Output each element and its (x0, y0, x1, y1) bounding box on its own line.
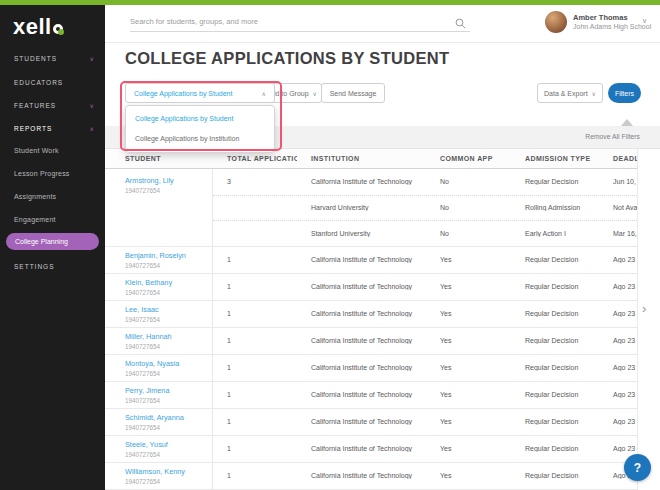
student-cell: Williamson, Kenny1940727654 (105, 463, 213, 489)
report-type-dropdown[interactable]: College Applications by Student ∧ (125, 83, 275, 103)
student-id: 1940727654 (125, 343, 212, 350)
filters-button[interactable]: Filters (608, 83, 641, 103)
common-app-cell: Yes (435, 364, 520, 371)
user-name[interactable]: Amber Thomas (573, 13, 628, 22)
total-applications-cell: 1 (213, 445, 297, 452)
admission-type-cell: Rolling Admission (520, 204, 608, 211)
column-header-total-applications[interactable]: TOTAL APPLICATIONS (213, 155, 297, 162)
applications-group: 1California Institute of TechnologyYesRe… (213, 409, 637, 435)
student-link[interactable]: Klein, Bethany (125, 278, 212, 287)
admission-type-cell: Regular Decision (520, 391, 608, 398)
student-id: 1940727654 (125, 478, 212, 485)
institution-cell: Harvard University (297, 204, 435, 211)
column-header-common-app[interactable]: COMMON APP (435, 155, 520, 162)
deadline-cell: Mar 16, (608, 230, 637, 237)
institution-cell: California Institute of Technology (297, 391, 435, 398)
sidebar-item-features[interactable]: FEATURES∨ (14, 102, 98, 109)
institution-cell: California Institute of Technology (297, 310, 435, 317)
sidebar-item-lesson-progress[interactable]: Lesson Progress (14, 170, 98, 177)
chevron-down-icon[interactable]: ∨ (642, 17, 647, 25)
admission-type-cell: Regular Decision (520, 337, 608, 344)
institution-cell: California Institute of Technology (297, 337, 435, 344)
deadline-cell: Ago 23 (608, 256, 637, 263)
sidebar-item-reports[interactable]: REPORTS∧ (14, 125, 98, 132)
remove-all-filters-link[interactable]: Remove All Filters (585, 133, 640, 140)
institution-cell: California Institute of Technology (297, 445, 435, 452)
admission-type-cell: Regular Decision (520, 256, 608, 263)
report-type-selected: College Applications by Student (134, 90, 232, 97)
search-icon[interactable] (455, 15, 466, 33)
application-line: 1California Institute of TechnologyYesRe… (213, 382, 637, 408)
student-link[interactable]: Perry, Jimena (125, 386, 212, 395)
data-export-button[interactable]: Data & Export ∨ (537, 83, 603, 103)
student-id: 1940727654 (125, 262, 212, 269)
search-input[interactable] (130, 12, 470, 32)
send-message-button[interactable]: Send Message (321, 83, 385, 103)
page-title: COLLEGE APPLICATIONS BY STUDENT (125, 49, 449, 68)
sidebar-item-college-planning-active[interactable]: College Planning (6, 233, 99, 250)
help-button[interactable]: ? (624, 454, 651, 481)
common-app-cell: Yes (435, 256, 520, 263)
dropdown-option-by-institution[interactable]: College Applications by Institution (126, 129, 274, 149)
applications-group: 1California Institute of TechnologyYesRe… (213, 247, 637, 273)
student-link[interactable]: Armstrong, Lily (125, 176, 212, 185)
student-link[interactable]: Benjamin, Roselyn (125, 251, 212, 260)
common-app-cell: Yes (435, 283, 520, 290)
chevron-down-icon: ∨ (313, 90, 317, 97)
column-header-admission-type[interactable]: ADMISSION TYPE (520, 155, 608, 162)
common-app-cell: Yes (435, 472, 520, 479)
sidebar-item-label: REPORTS (14, 125, 52, 132)
student-cell: Miller, Hannah1940727654 (105, 328, 213, 354)
avatar[interactable] (545, 11, 567, 33)
sidebar: xell STUDENTS∨ EDUCATORS FEATURES∨ REPOR… (0, 5, 105, 490)
admission-type-cell: Regular Decision (520, 418, 608, 425)
sidebar-item-student-work[interactable]: Student Work (14, 147, 98, 154)
institution-cell: California Institute of Technology (297, 364, 435, 371)
student-id: 1940727654 (125, 187, 212, 194)
filters-label: Filters (615, 90, 634, 97)
application-line: 1California Institute of TechnologyYesRe… (213, 436, 637, 462)
column-header-institution[interactable]: INSTITUTION (297, 155, 435, 162)
total-applications-cell: 1 (213, 256, 297, 263)
institution-cell: California Institute of Technology (297, 283, 435, 290)
common-app-cell: Yes (435, 310, 520, 317)
student-id: 1940727654 (125, 316, 212, 323)
student-id: 1940727654 (125, 451, 212, 458)
sidebar-item-engagement[interactable]: Engagement (14, 216, 98, 223)
column-header-student[interactable]: STUDENT (105, 155, 213, 162)
applications-group: 1California Institute of TechnologyYesRe… (213, 463, 637, 489)
table-row: Perry, Jimena19407276541California Insti… (105, 382, 637, 409)
chevron-down-icon: ∨ (90, 55, 94, 62)
sidebar-item-assignments[interactable]: Assignments (14, 193, 98, 200)
applications-table: STUDENT TOTAL APPLICATIONS INSTITUTION C… (105, 149, 638, 490)
total-applications-cell: 1 (213, 337, 297, 344)
common-app-cell: Yes (435, 445, 520, 452)
student-link[interactable]: Schimidt, Aryanna (125, 413, 212, 422)
scroll-right-icon[interactable]: › (642, 301, 646, 316)
user-school: John Adams High School (573, 23, 651, 30)
total-applications-cell: 3 (213, 178, 297, 185)
deadline-cell: Ago 23 (608, 337, 637, 344)
table-row: Miller, Hannah19407276541California Inst… (105, 328, 637, 355)
sidebar-item-settings[interactable]: SETTINGS (14, 263, 98, 270)
student-link[interactable]: Miller, Hannah (125, 332, 212, 341)
dropdown-option-by-student[interactable]: College Applications by Student (126, 109, 274, 129)
institution-cell: California Institute of Technology (297, 256, 435, 263)
total-applications-cell: 1 (213, 310, 297, 317)
total-applications-cell: 1 (213, 391, 297, 398)
sidebar-item-students[interactable]: STUDENTS∨ (14, 55, 98, 62)
application-line: 1California Institute of TechnologyYesRe… (213, 274, 637, 300)
deadline-cell: Not Ava (608, 204, 637, 211)
student-link[interactable]: Williamson, Kenny (125, 467, 212, 476)
total-applications-cell: 1 (213, 283, 297, 290)
student-link[interactable]: Steele, Yusuf (125, 440, 212, 449)
common-app-cell: No (435, 178, 520, 185)
common-app-cell: Yes (435, 337, 520, 344)
student-link[interactable]: Lee, Isaac (125, 305, 212, 314)
table-row: Armstrong, Lily19407276543California Ins… (105, 169, 637, 247)
column-header-deadline[interactable]: DEADLINE (608, 155, 637, 162)
student-link[interactable]: Montoya, Nyasia (125, 359, 212, 368)
caret-up-icon (621, 119, 633, 126)
sidebar-item-educators[interactable]: EDUCATORS (14, 79, 98, 86)
xello-logo[interactable]: xell (13, 14, 63, 40)
